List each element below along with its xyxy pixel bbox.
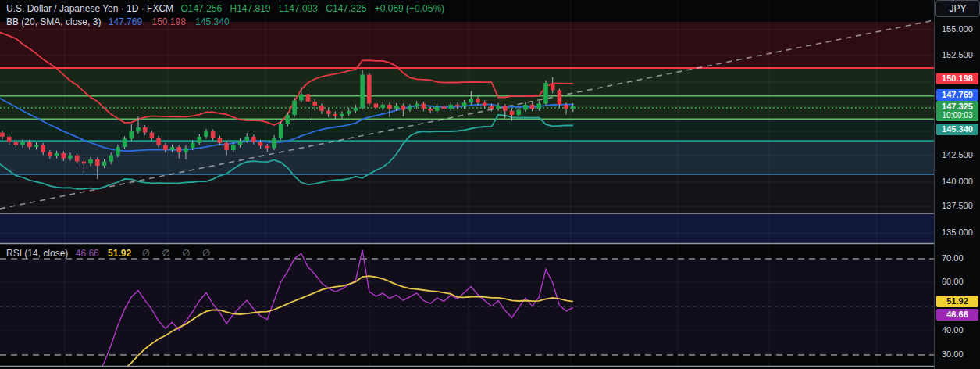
axis-label: 152.500 xyxy=(942,50,973,59)
price-badge: 46.66 xyxy=(936,309,978,321)
price-badge: 150.198 xyxy=(936,73,978,84)
axis-label: 60.00 xyxy=(942,277,964,286)
price-chart[interactable] xyxy=(0,0,934,369)
axis-label: 155.000 xyxy=(942,24,973,34)
bb-upper-value: 150.198 xyxy=(151,16,185,27)
rsi-label: RSI (14, close) xyxy=(6,248,68,259)
price-axis[interactable]: 155.000152.500142.500140.000137.500135.0… xyxy=(934,0,980,369)
currency-tab-jpy[interactable]: JPY xyxy=(935,0,980,17)
rsi-value: 46.66 xyxy=(76,248,99,259)
chart-plot-area[interactable] xyxy=(0,0,934,369)
axis-label: 137.500 xyxy=(942,201,973,210)
axis-label: 140.000 xyxy=(942,177,973,186)
axis-label: 135.000 xyxy=(942,227,973,237)
bb-label: BB (20, SMA, close, 3) xyxy=(6,16,101,27)
bb-basis-value: 147.769 xyxy=(109,16,142,27)
ohlc-open: O147.256 xyxy=(180,3,222,14)
price-badge: 147.32510:00:03 xyxy=(936,101,978,121)
axis-label: 30.00 xyxy=(942,349,964,359)
price-badge: 51.92 xyxy=(936,296,978,307)
ohlc-close: C147.325 xyxy=(326,3,366,14)
ohlc-low: L147.093 xyxy=(279,3,318,14)
ohlc-high: H147.819 xyxy=(230,3,271,14)
main-legend[interactable]: U.S. Dollar / Japanese Yen · 1D · FXCM O… xyxy=(6,2,450,29)
bb-legend[interactable]: BB (20, SMA, close, 3) 147.769 150.198 1… xyxy=(6,16,450,29)
rsi-empty-values: ∅ ∅ ∅ ∅ xyxy=(141,248,215,259)
axis-label: 70.00 xyxy=(942,253,964,263)
rsi-legend[interactable]: RSI (14, close) 46.66 51.92 ∅ ∅ ∅ ∅ xyxy=(6,248,215,259)
axis-label: 40.00 xyxy=(942,325,964,335)
price-badge: 147.769 xyxy=(936,89,978,101)
bb-lower-value: 145.340 xyxy=(195,16,229,27)
symbol-title: U.S. Dollar / Japanese Yen · 1D · FXCM xyxy=(6,3,173,14)
rsi-ma-value: 51.92 xyxy=(108,248,131,259)
price-badge: 145.340 xyxy=(936,124,978,135)
axis-label: 142.500 xyxy=(942,150,973,159)
price-change: +0.069 (+0.05%) xyxy=(375,3,444,14)
trading-chart-window: U.S. Dollar / Japanese Yen · 1D · FXCM O… xyxy=(0,0,980,369)
